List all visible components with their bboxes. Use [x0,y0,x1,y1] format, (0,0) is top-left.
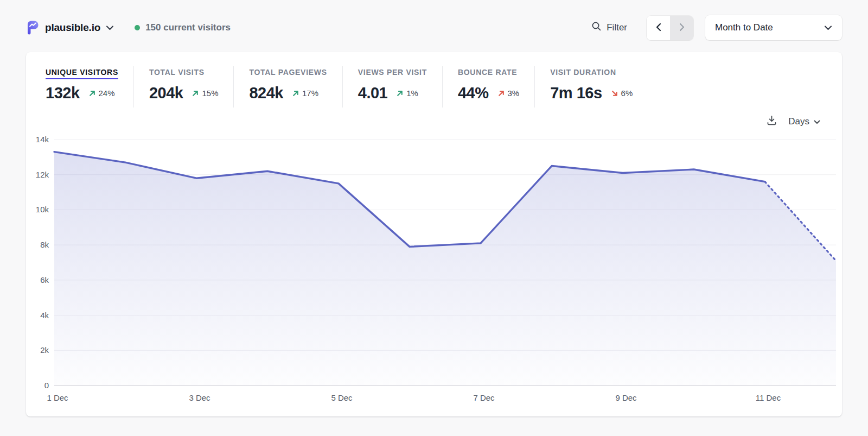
stat-tab[interactable]: VISIT DURATION 7m 16s 6% [534,66,648,108]
period-nav [647,16,693,40]
topbar-left: plausible.io 150 current visitors [26,20,231,35]
stats-row: UNIQUE VISITORS 132k 24% TOTAL VISITS 20… [46,66,822,108]
stat-change: 6% [611,89,633,98]
visitors-chart-svg[interactable]: 02k4k6k8k10k12k14k1 Dec3 Dec5 Dec7 Dec9 … [26,132,842,407]
stat-change-pct: 6% [621,89,633,98]
download-icon [766,115,777,129]
stat-change: 17% [292,89,318,98]
stat-value: 4.01 [358,84,387,102]
svg-text:8k: 8k [40,240,49,249]
stat-label: VIEWS PER VISIT [358,68,427,79]
dashboard-card: UNIQUE VISITORS 132k 24% TOTAL VISITS 20… [26,52,842,416]
interval-select[interactable]: Days [788,116,820,127]
stat-change-pct: 24% [99,89,115,98]
stat-label: UNIQUE VISITORS [46,68,118,79]
filter-label: Filter [607,22,627,33]
current-visitors-label: 150 current visitors [145,22,231,33]
stat-value: 44% [458,84,489,102]
svg-text:1 Dec: 1 Dec [47,393,68,402]
svg-text:14k: 14k [36,135,49,144]
chevron-down-icon [824,22,832,33]
trend-arrow-icon [396,90,404,97]
date-range-value: Month to Date [715,22,773,33]
trend-arrow-icon [292,90,299,97]
filter-button[interactable]: Filter [591,21,627,34]
stat-tab[interactable]: BOUNCE RATE 44% 3% [442,66,534,108]
stat-tab[interactable]: VIEWS PER VISIT 4.01 1% [342,66,442,108]
trend-arrow-icon [88,90,96,97]
stat-change-pct: 17% [302,89,318,98]
stat-value: 7m 16s [550,84,602,102]
visitors-chart[interactable]: 02k4k6k8k10k12k14k1 Dec3 Dec5 Dec7 Dec9 … [26,132,842,407]
stat-label: BOUNCE RATE [458,68,517,79]
topbar: plausible.io 150 current visitors Filter [0,0,868,49]
stat-change-pct: 1% [406,89,418,98]
current-visitors-link[interactable]: 150 current visitors [135,22,231,33]
site-name: plausible.io [45,22,100,34]
site-switcher[interactable]: plausible.io [45,22,114,34]
stat-label: TOTAL VISITS [149,68,205,79]
stat-value: 204k [149,84,183,102]
svg-text:4k: 4k [40,311,49,320]
live-dot-icon [135,25,140,30]
trend-arrow-icon [192,90,199,97]
trend-arrow-icon [611,90,618,97]
stat-change: 1% [396,89,418,98]
date-range-select[interactable]: Month to Date [705,15,842,40]
chevron-down-icon [106,24,114,32]
svg-text:11 Dec: 11 Dec [756,393,781,402]
prev-period-button[interactable] [647,16,670,40]
svg-text:5 Dec: 5 Dec [331,393,353,402]
svg-text:10k: 10k [36,205,49,214]
stat-label: TOTAL PAGEVIEWS [249,68,327,79]
stat-tab[interactable]: TOTAL VISITS 204k 15% [133,66,234,108]
stat-change: 24% [88,89,115,98]
trend-arrow-icon [497,90,505,97]
stat-change: 3% [497,89,520,98]
stat-change-pct: 15% [202,89,218,98]
svg-text:12k: 12k [36,170,49,179]
next-period-button[interactable] [670,16,693,40]
stat-value: 132k [46,84,80,102]
plausible-logo-icon [26,20,40,35]
svg-text:6k: 6k [40,275,49,285]
export-button[interactable] [766,115,777,129]
svg-text:2k: 2k [40,345,49,355]
svg-text:3 Dec: 3 Dec [189,393,210,402]
chevron-down-icon [814,116,820,127]
stat-value: 824k [249,84,283,102]
svg-text:7 Dec: 7 Dec [473,393,495,402]
topbar-right: Filter Month to Date [591,15,842,40]
interval-label: Days [788,116,809,127]
chevron-left-icon [655,23,662,33]
stat-change: 15% [192,89,218,98]
svg-text:0: 0 [44,381,49,390]
chevron-right-icon [679,23,685,33]
search-icon [591,21,602,34]
stat-label: VISIT DURATION [550,68,616,79]
stat-tab[interactable]: TOTAL PAGEVIEWS 824k 17% [233,66,342,108]
stat-change-pct: 3% [508,89,520,98]
svg-text:9 Dec: 9 Dec [615,393,637,402]
chart-toolbar: Days [46,113,820,130]
stat-tab[interactable]: UNIQUE VISITORS 132k 24% [46,66,133,108]
